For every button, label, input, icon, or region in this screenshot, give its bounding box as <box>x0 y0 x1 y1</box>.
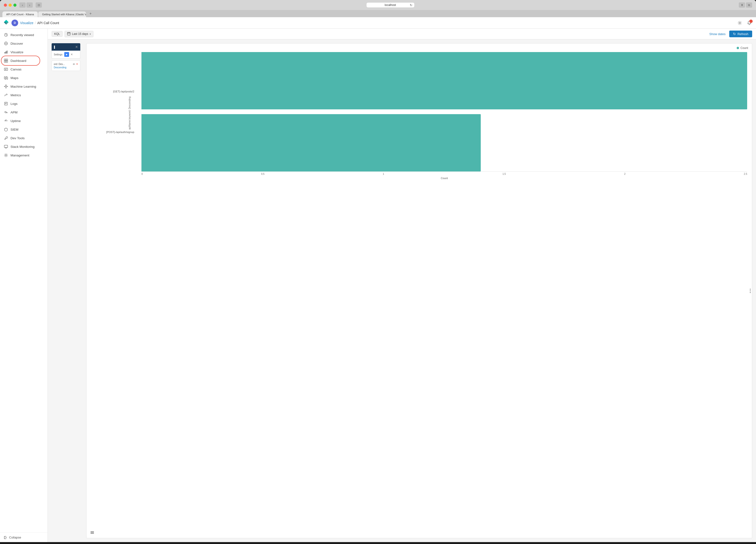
svg-point-6 <box>5 43 6 44</box>
compass-icon <box>4 42 8 45</box>
map-icon-svg <box>4 76 8 80</box>
x-label-1: 1 <box>383 173 384 175</box>
sidebar-item-siem[interactable]: SIEM <box>0 125 48 134</box>
tab-1[interactable]: API Call Count - Kibana <box>2 11 38 17</box>
maps-label: Maps <box>11 76 18 80</box>
sidebar-item-machine-learning[interactable]: Machine Learning <box>0 82 48 91</box>
logs-label: Logs <box>11 102 17 106</box>
svg-rect-26 <box>91 532 94 533</box>
editor-controls-row: Settings ▶ ✕ <box>52 51 80 59</box>
kql-badge[interactable]: KQL <box>52 31 63 37</box>
collapse-icon <box>4 536 7 539</box>
maximize-traffic-light[interactable] <box>13 4 16 7</box>
editor-play-button[interactable]: ▶ <box>64 52 69 57</box>
uptime-label: Uptime <box>11 119 21 123</box>
sidebar-item-recently-viewed[interactable]: Recently viewed <box>0 31 48 39</box>
fullscreen-button[interactable]: ⧉ <box>746 2 752 8</box>
sidebar-item-stack-monitoring[interactable]: Stack Monitoring <box>0 142 48 151</box>
metrics-label: Metrics <box>11 93 21 97</box>
sidebar-item-dev-tools[interactable]: Dev Tools <box>0 134 48 142</box>
svg-rect-11 <box>6 59 8 60</box>
refresh-icon: ↻ <box>733 32 736 36</box>
browser-tabs: API Call Count - Kibana Getting Started … <box>0 10 756 17</box>
sidebar-item-logs[interactable]: Logs <box>0 99 48 108</box>
axis-title-container: apiName.keyword: Descending <box>137 52 141 172</box>
bar-row-2 <box>141 114 747 172</box>
sidebar-item-metrics[interactable]: Metrics <box>0 91 48 99</box>
collapse-button[interactable]: Collapse <box>4 536 44 539</box>
toolbar: KQL Last 15 days ▾ Show dates <box>48 29 756 39</box>
calendar-icon-svg <box>67 32 70 35</box>
svg-rect-24 <box>67 32 70 35</box>
sidebar-item-uptime[interactable]: Uptime <box>0 117 48 125</box>
legend-color-dot <box>737 47 739 49</box>
chart-legend-list-icon[interactable] <box>90 531 94 535</box>
uptime-icon-svg <box>4 119 8 123</box>
svg-rect-9 <box>7 51 7 54</box>
chart-area: ▌ ✕ Settings ▶ ✕ ord: Des... <box>48 39 756 542</box>
tab-2[interactable]: Getting Started with Kibana | Elastic Vi… <box>38 11 86 17</box>
editor-close-x-button[interactable]: ✕ <box>70 53 73 56</box>
close-traffic-light[interactable] <box>4 4 7 7</box>
forward-button[interactable]: › <box>27 2 33 8</box>
clock-icon <box>4 33 8 37</box>
date-picker[interactable]: Last 15 days ▾ <box>65 31 93 37</box>
bar-1 <box>141 52 747 109</box>
tab-1-label: API Call Count - Kibana <box>6 13 34 16</box>
settings-icon-button[interactable] <box>736 19 744 27</box>
settings-icon <box>738 21 742 25</box>
chart-body: [GET]-/api/posts/2 [POST]-/api/auth/sign… <box>91 52 747 172</box>
reload-button[interactable]: ↻ <box>410 3 412 7</box>
siem-label: SIEM <box>11 128 18 131</box>
breadcrumb-current: API Call Count <box>37 21 59 25</box>
settings-text: Settings <box>54 53 62 56</box>
minimize-traffic-light[interactable] <box>9 4 12 7</box>
sidebar-item-maps[interactable]: Maps <box>0 74 48 82</box>
maps-icon <box>4 76 8 80</box>
refresh-button[interactable]: ↻ Refresh <box>729 31 752 37</box>
field-delete-button[interactable]: ✕ <box>76 63 78 66</box>
sidebar: Recently viewed Discover <box>0 29 48 542</box>
legend-list-icon <box>90 531 94 534</box>
svg-rect-22 <box>4 145 8 148</box>
x-label-2: 2 <box>624 173 626 175</box>
collapse-label: Collapse <box>9 536 21 539</box>
sidebar-item-management[interactable]: Management <box>0 151 48 160</box>
kibana-logo-icon <box>3 19 10 26</box>
sidebar-item-visualize[interactable]: Visualize <box>0 48 48 56</box>
sidebar-footer: Collapse <box>0 533 48 542</box>
sidebar-item-discover[interactable]: Discover <box>0 39 48 48</box>
editor-header-close-button[interactable]: ✕ <box>75 45 78 49</box>
sidebar-item-canvas[interactable]: Canvas <box>0 65 48 74</box>
recently-viewed-icon <box>4 33 8 37</box>
x-label-05: 0.5 <box>261 173 265 175</box>
machine-learning-label: Machine Learning <box>11 85 36 88</box>
y-axis-title: apiName.keyword: Descending <box>128 97 131 130</box>
management-label: Management <box>11 154 29 157</box>
apm-label: APM <box>11 111 17 114</box>
app-header: D Visualize / API Call Count <box>0 17 756 29</box>
show-dates-button[interactable]: Show dates <box>707 31 728 37</box>
sidebar-item-dashboard[interactable]: Dashboard <box>0 56 48 65</box>
new-tab-button[interactable]: + <box>87 10 93 17</box>
browser-nav-buttons: ‹ › <box>19 2 33 8</box>
share-button[interactable]: ⬆ <box>739 2 745 8</box>
back-button[interactable]: ‹ <box>19 2 26 8</box>
svg-marker-2 <box>4 22 6 25</box>
sidebar-toggle-button[interactable]: ⊡ <box>36 2 42 8</box>
editor-header-text: ▌ <box>54 46 56 49</box>
svg-rect-7 <box>5 52 5 54</box>
field-label-text: ord: Des... <box>54 63 65 65</box>
visualize-icon <box>4 50 8 54</box>
user-avatar[interactable]: D <box>11 20 18 26</box>
breadcrumb: Visualize / API Call Count <box>20 21 59 25</box>
svg-rect-13 <box>6 61 8 62</box>
main-content: KQL Last 15 days ▾ Show dates <box>48 29 756 542</box>
notifications-button[interactable] <box>745 19 753 27</box>
address-bar[interactable]: localhost ↻ <box>367 3 414 7</box>
sidebar-item-apm[interactable]: APM <box>0 108 48 117</box>
breadcrumb-parent[interactable]: Visualize <box>20 21 33 25</box>
dashboard-label: Dashboard <box>11 59 26 63</box>
more-options-button[interactable] <box>750 289 751 293</box>
field-eye-button[interactable]: 👁 <box>73 63 75 66</box>
